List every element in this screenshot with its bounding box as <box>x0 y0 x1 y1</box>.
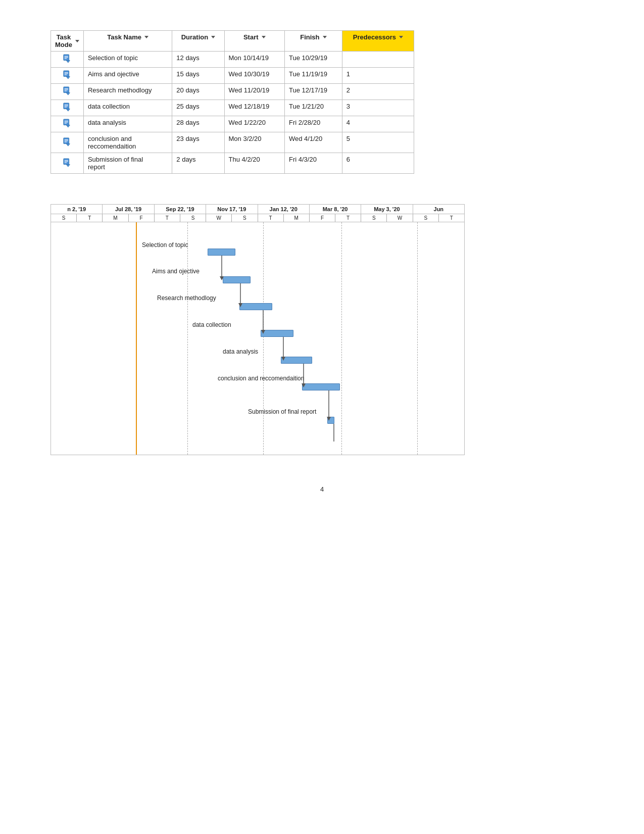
task-connector-arrow <box>300 364 308 388</box>
col-start[interactable]: Start <box>224 31 284 52</box>
svg-marker-42 <box>281 357 285 361</box>
start-cell: Mon 3/2/20 <box>224 132 284 153</box>
svg-marker-29 <box>66 143 70 146</box>
day-header-cell: S <box>413 214 439 222</box>
duration-cell: 28 days <box>172 116 224 132</box>
chart-task-label: Research methodlogy <box>157 295 216 302</box>
task-name-cell: data analysis <box>83 116 172 132</box>
col-finish[interactable]: Finish <box>284 31 342 52</box>
period-header-cell: Jun <box>413 205 464 214</box>
svg-marker-19 <box>66 109 70 112</box>
table-header-row: TaskMode Task Name Duration Start <box>51 31 414 52</box>
task-mode-dropdown-arrow[interactable] <box>75 40 79 42</box>
task-mode-cell <box>51 68 84 84</box>
finish-cell: Fri 2/28/20 <box>284 116 342 132</box>
svg-marker-14 <box>66 93 70 95</box>
table-row: data analysis28 daysWed 1/22/20Fri 2/28/… <box>51 116 414 132</box>
day-header-cell: M <box>103 214 128 222</box>
predecessors-cell: 4 <box>342 116 414 132</box>
svg-marker-4 <box>66 61 70 63</box>
chart-task-label: data analysis <box>223 348 258 355</box>
table-row: Submission of finalreport2 daysThu 4/2/2… <box>51 153 414 174</box>
chart-bar <box>302 383 340 390</box>
v-line-3 <box>341 222 342 455</box>
chart-task-label: data collection <box>192 321 231 328</box>
col-duration[interactable]: Duration <box>172 31 224 52</box>
chart-bar <box>208 249 235 256</box>
v-line-2 <box>263 222 264 455</box>
task-connector-arrow <box>218 256 226 281</box>
start-cell: Wed 10/30/19 <box>224 68 284 84</box>
duration-cell: 20 days <box>172 84 224 100</box>
day-header-cell: S <box>180 214 206 222</box>
gantt-period-header: n 2, '19Jul 28, '19Sep 22, '19Nov 17, '1… <box>51 205 464 214</box>
task-mode-cell <box>51 132 84 153</box>
page-number-text: 4 <box>320 485 324 493</box>
duration-dropdown-arrow[interactable] <box>211 36 215 38</box>
table-row: data collection25 daysWed 12/18/19Tue 1/… <box>51 100 414 116</box>
duration-cell: 23 days <box>172 132 224 153</box>
finish-dropdown-arrow[interactable] <box>323 36 327 38</box>
gantt-table: TaskMode Task Name Duration Start <box>51 30 414 174</box>
day-header-cell: F <box>310 214 335 222</box>
duration-cell: 25 days <box>172 100 224 116</box>
task-name-cell: Research methodlogy <box>83 84 172 100</box>
task-name-cell: Aims and ojective <box>83 68 172 84</box>
start-dropdown-arrow[interactable] <box>262 36 266 38</box>
start-cell: Wed 1/22/20 <box>224 116 284 132</box>
day-header-cell: W <box>387 214 413 222</box>
predecessors-cell: 6 <box>342 153 414 174</box>
period-header-cell: May 3, '20 <box>361 205 413 214</box>
svg-marker-46 <box>327 417 331 421</box>
svg-marker-24 <box>66 125 70 128</box>
v-line-1 <box>187 222 188 455</box>
day-header-cell: T <box>155 214 180 222</box>
task-connector-arrow <box>259 310 267 335</box>
task-mode-cell <box>51 52 84 68</box>
finish-cell: Tue 10/29/19 <box>284 52 342 68</box>
task-connector-arrow <box>325 390 333 422</box>
chart-task-label: Submission of final report <box>248 408 316 415</box>
day-header-cell: T <box>258 214 284 222</box>
predecessors-cell: 1 <box>342 68 414 84</box>
predecessors-cell: 2 <box>342 84 414 100</box>
table-row: Aims and ojective15 daysWed 10/30/19Tue … <box>51 68 414 84</box>
day-header-cell: F <box>129 214 155 222</box>
chart-bar <box>223 276 251 283</box>
finish-cell: Tue 12/17/19 <box>284 84 342 100</box>
period-header-cell: Nov 17, '19 <box>206 205 258 214</box>
day-header-cell: T <box>77 214 103 222</box>
svg-marker-40 <box>261 330 265 334</box>
task-connector-arrow <box>236 283 244 308</box>
chart-task-label: Aims and ojective <box>152 268 200 275</box>
start-cell: Wed 12/18/19 <box>224 100 284 116</box>
day-header-cell: T <box>439 214 464 222</box>
col-task-name[interactable]: Task Name <box>83 31 172 52</box>
start-cell: Wed 11/20/19 <box>224 84 284 100</box>
day-header-cell: M <box>284 214 310 222</box>
svg-marker-44 <box>302 383 306 387</box>
svg-marker-9 <box>66 77 70 79</box>
predecessors-dropdown-arrow[interactable] <box>399 36 403 38</box>
task-name-cell: Selection of topic <box>83 52 172 68</box>
day-header-cell: S <box>361 214 387 222</box>
svg-marker-34 <box>66 164 70 167</box>
task-name-dropdown-arrow[interactable] <box>144 36 148 38</box>
today-line <box>136 222 137 455</box>
col-task-mode[interactable]: TaskMode <box>51 31 84 52</box>
period-header-cell: Jul 28, '19 <box>103 205 154 214</box>
table-row: Selection of topic12 daysMon 10/14/19Tue… <box>51 52 414 68</box>
col-predecessors[interactable]: Predecessors <box>342 31 414 52</box>
day-header-cell: S <box>232 214 258 222</box>
period-header-cell: Mar 8, '20 <box>310 205 361 214</box>
duration-cell: 12 days <box>172 52 224 68</box>
predecessors-cell: 5 <box>342 132 414 153</box>
chart-task-label: Selection of topic <box>142 241 188 249</box>
finish-cell: Tue 1/21/20 <box>284 100 342 116</box>
task-mode-cell <box>51 153 84 174</box>
period-header-cell: Jan 12, '20 <box>258 205 310 214</box>
task-mode-cell <box>51 84 84 100</box>
task-name-cell: data collection <box>83 100 172 116</box>
period-header-cell: n 2, '19 <box>51 205 103 214</box>
start-cell: Mon 10/14/19 <box>224 52 284 68</box>
